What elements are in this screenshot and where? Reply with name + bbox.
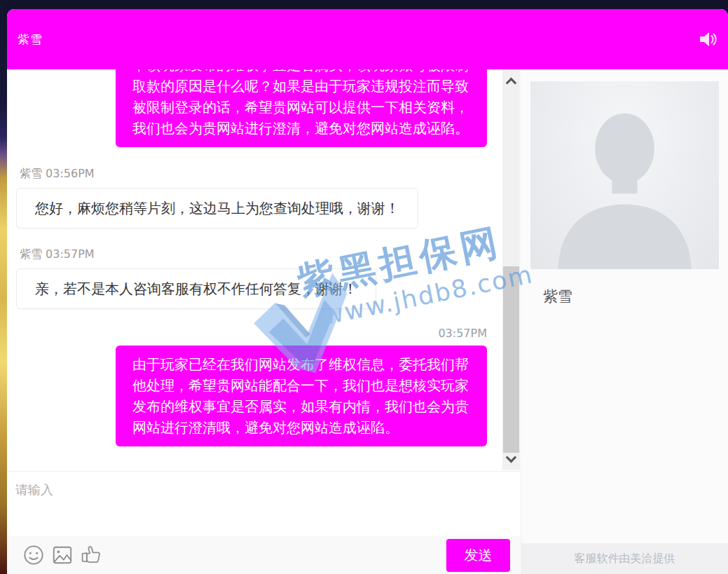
widget-body: 下该玩家发布的维权事宜是否属实，该玩家账号被限制取款的原因是什么呢？如果是由于玩… — [7, 69, 728, 574]
message-bubble-incoming: 亲，若不是本人咨询客服有权不作任何答复，谢谢！ — [16, 268, 376, 309]
image-icon[interactable] — [52, 545, 73, 566]
speaker-icon[interactable] — [699, 31, 718, 48]
message-list: 下该玩家发布的维权事宜是否属实，该玩家账号被限制取款的原因是什么呢？如果是由于玩… — [7, 69, 521, 471]
emoji-icon[interactable] — [23, 545, 44, 566]
send-button[interactable]: 发送 — [446, 539, 510, 572]
message-timestamp: 03:57PM — [438, 327, 487, 340]
app-background: { "header": { "title": "紫雪" }, "chat": {… — [0, 0, 728, 574]
chat-scrollbar[interactable] — [502, 69, 520, 470]
sidebar-footer-note: 客服软件由美洽提供 — [521, 543, 728, 574]
message-bubble-incoming: 您好，麻烦您稍等片刻，这边马上为您查询处理哦，谢谢！ — [16, 188, 418, 228]
agent-avatar — [530, 81, 719, 269]
chat-input-placeholder: 请输入 — [15, 481, 512, 498]
scrollbar-thumb[interactable] — [503, 266, 519, 453]
message-bubble-outgoing: 由于玩家已经在我们网站发布了维权信息，委托我们帮他处理，希望贵网站能配合一下，我… — [116, 346, 487, 446]
thumbs-up-icon[interactable] — [81, 545, 102, 566]
person-silhouette-icon — [530, 89, 719, 269]
chat-toolbar: 发送 — [7, 536, 521, 574]
page-behind-widget — [0, 0, 7, 574]
scroll-up-icon[interactable] — [502, 74, 520, 88]
chat-input[interactable]: 请输入 — [7, 471, 521, 536]
chat-column: 下该玩家发布的维权事宜是否属实，该玩家账号被限制取款的原因是什么呢？如果是由于玩… — [7, 69, 521, 574]
scroll-down-icon[interactable] — [502, 452, 520, 466]
sidebar: 紫雪 客服软件由美洽提供 — [521, 69, 728, 574]
chat-header: 紫雪 — [7, 9, 728, 69]
message-meta: 紫雪 03:56PM — [20, 167, 95, 182]
chat-widget: 紫雪 下该玩家发布的维权事宜是否属实，该玩家账号被限制取款的原因是什么呢？如果是… — [7, 9, 728, 574]
header-agent-name: 紫雪 — [18, 32, 43, 48]
agent-name: 紫雪 — [543, 287, 728, 306]
message-meta: 紫雪 03:57PM — [20, 247, 95, 262]
message-bubble-outgoing: 下该玩家发布的维权事宜是否属实，该玩家账号被限制取款的原因是什么呢？如果是由于玩… — [116, 69, 487, 147]
